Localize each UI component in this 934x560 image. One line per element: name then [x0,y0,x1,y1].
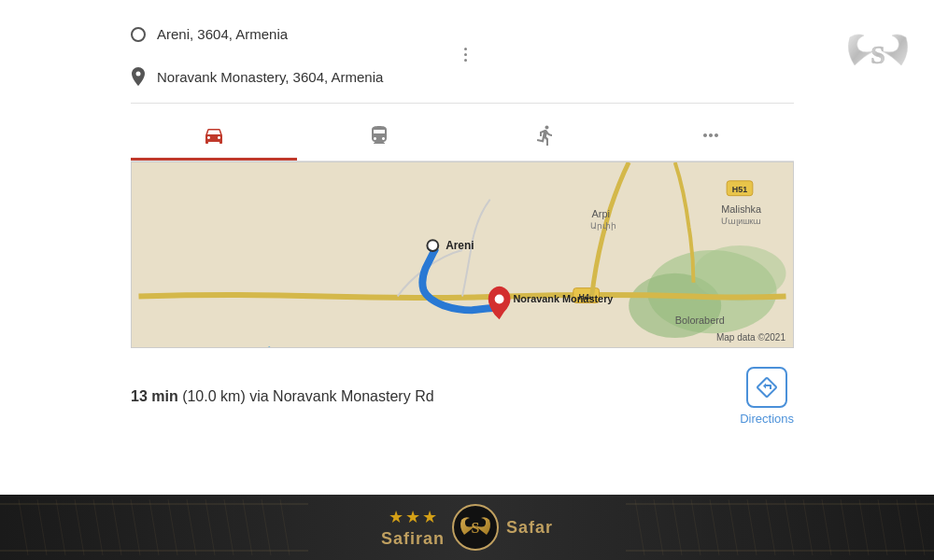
car-icon [203,124,225,147]
star-2: ★ [405,507,420,527]
svg-line-43 [710,499,719,555]
svg-line-47 [785,499,794,555]
svg-line-54 [915,499,925,555]
svg-text:Արփի: Արփի [590,221,616,231]
svg-text:S: S [870,40,885,69]
route-via: via Noravank Monastery Rd [249,388,433,404]
svg-line-53 [897,499,906,555]
transit-icon [368,124,390,147]
svg-line-49 [822,499,831,555]
tab-more[interactable] [629,113,795,161]
svg-line-39 [635,499,644,555]
stars: ★ ★ ★ [389,507,437,527]
transport-tabs [131,113,794,161]
svg-line-36 [243,499,252,555]
svg-line-29 [112,499,121,555]
svg-line-24 [19,499,28,555]
svg-line-41 [672,499,682,555]
svg-point-11 [427,240,438,251]
svg-line-50 [841,499,850,555]
svg-line-45 [747,499,757,555]
destination-pin-icon [131,67,146,86]
directions-arrow-icon [756,376,778,399]
svg-line-30 [131,499,140,555]
svg-line-42 [691,499,700,555]
svg-line-46 [766,499,775,555]
svg-line-40 [654,499,663,555]
walk-icon [534,124,557,147]
star-1: ★ [389,507,403,527]
map-svg: H40 H51 Areni Noravank Monastery Arpi Ար… [132,162,793,347]
svg-line-27 [75,499,84,555]
svg-text:Malishka: Malishka [721,203,762,215]
more-icon [700,124,722,147]
svg-line-31 [149,499,159,555]
svg-line-35 [224,499,234,555]
svg-text:Boloraberd: Boloraberd [675,315,725,326]
bottom-left-section: ★ ★ ★ Safiran [381,507,445,549]
route-inputs: Areni, 3604, Armenia Noravank Monastery,… [131,19,794,104]
svg-line-52 [878,499,887,555]
footer-logo-svg: S [457,509,494,546]
svg-point-5 [694,245,786,301]
route-info: 13 min (10.0 km) via Noravank Monastery … [131,348,794,435]
destination-row: Noravank Monastery, 3604, Armenia [131,60,794,93]
svg-point-1 [136,72,141,77]
brand-right-text: Safar [506,518,553,538]
origin-text: Areni, 3604, Armenia [157,26,288,42]
directions-label: Directions [740,412,794,426]
origin-icon [131,27,146,42]
map-data-label: Map data ©2021 [716,332,785,343]
svg-line-37 [262,499,271,555]
map-container: H40 H51 Areni Noravank Monastery Arpi Ար… [131,161,794,348]
route-duration: 13 min [131,388,178,404]
svg-point-13 [495,295,504,304]
destination-text: Noravank Monastery, 3604, Armenia [157,69,383,85]
tab-walk[interactable] [462,113,629,161]
svg-text:H51: H51 [732,185,747,194]
svg-line-38 [280,499,290,555]
svg-text:S: S [472,520,480,536]
logo-top-right: S [841,19,915,93]
bottom-right-section: Safar [506,518,553,538]
svg-line-48 [803,499,813,555]
svg-line-26 [56,499,65,555]
origin-row: Areni, 3604, Armenia [131,19,794,49]
bottom-bar: ★ ★ ★ Safiran S Sa [0,495,934,560]
tab-car[interactable] [131,113,297,161]
svg-line-28 [93,499,103,555]
svg-text:Մալишкա: Մալишкա [721,217,761,226]
directions-button[interactable]: Directions [740,367,794,426]
route-summary: 13 min (10.0 km) via Noravank Monastery … [131,388,434,405]
svg-line-51 [859,499,869,555]
star-3: ★ [422,507,437,527]
svg-line-34 [205,499,215,555]
bottom-bar-content: ★ ★ ★ Safiran S Sa [381,504,553,551]
svg-text:Noravank Monastery: Noravank Monastery [513,293,613,304]
footer-logo: S [452,504,499,551]
route-distance: (10.0 km) [182,388,246,404]
svg-text:Areni: Areni [446,239,474,252]
svg-line-33 [187,499,196,555]
svg-line-44 [729,499,738,555]
svg-line-25 [37,499,47,555]
directions-icon-box [746,367,787,408]
main-content: S Areni, 3604, Armenia Noravank Monaster… [0,0,934,495]
svg-line-32 [168,499,177,555]
svg-text:Arpi: Arpi [592,208,610,219]
tab-transit[interactable] [297,113,463,161]
brand-left-text: Safiran [381,529,445,549]
